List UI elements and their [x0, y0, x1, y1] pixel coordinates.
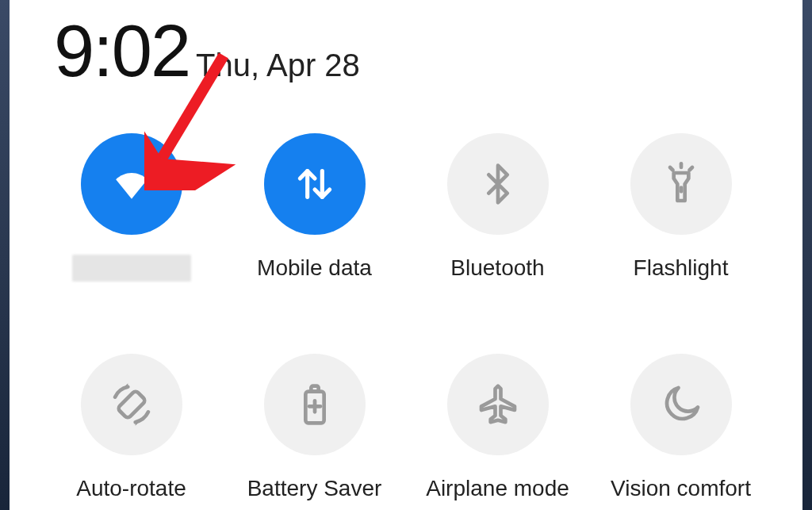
status-header: 9:02 Thu, Apr 28 [54, 14, 780, 87]
tile-battery-saver-circle [264, 354, 366, 455]
auto-rotate-icon [109, 382, 154, 427]
quick-settings-grid: Mobile data Bluetooth Flas [32, 133, 780, 503]
tile-flashlight-label: Flashlight [634, 254, 729, 282]
tile-mobile-data-label: Mobile data [257, 254, 372, 282]
tile-wifi-label [72, 254, 191, 282]
tile-bluetooth-circle [447, 133, 549, 235]
tile-wifi[interactable] [40, 133, 223, 282]
tile-flashlight[interactable]: Flashlight [589, 133, 772, 282]
tile-mobile-data-circle [264, 133, 366, 235]
tile-vision-comfort-circle [630, 354, 732, 455]
tile-vision-comfort[interactable]: Vision comfort [589, 354, 772, 503]
mobile-data-icon [293, 162, 337, 206]
tile-airplane-mode-circle [447, 354, 549, 455]
flashlight-icon [659, 162, 703, 206]
tile-vision-comfort-label: Vision comfort [611, 474, 751, 503]
tile-battery-saver-label: Battery Saver [247, 474, 382, 503]
tile-airplane-mode-label: Airplane mode [426, 474, 569, 503]
tile-bluetooth-label: Bluetooth [450, 254, 544, 282]
svg-rect-6 [311, 386, 318, 392]
clock-date: Thu, Apr 28 [196, 48, 360, 83]
tile-auto-rotate-circle [81, 354, 182, 455]
tile-auto-rotate[interactable]: Auto-rotate [40, 354, 223, 503]
tile-mobile-data[interactable]: Mobile data [223, 133, 406, 282]
tile-bluetooth[interactable]: Bluetooth [406, 133, 589, 282]
redacted-label [72, 255, 191, 282]
svg-line-3 [689, 167, 692, 171]
tile-battery-saver[interactable]: Battery Saver [223, 354, 406, 503]
moon-icon [659, 382, 703, 427]
tile-flashlight-circle [630, 133, 732, 235]
wifi-icon [109, 162, 154, 206]
tile-wifi-circle [81, 133, 182, 235]
bluetooth-icon [476, 162, 520, 206]
tile-auto-rotate-label: Auto-rotate [76, 474, 186, 503]
clock-time: 9:02 [54, 14, 190, 87]
quick-settings-panel: 9:02 Thu, Apr 28 [10, 0, 802, 510]
svg-rect-4 [117, 390, 145, 419]
tile-airplane-mode[interactable]: Airplane mode [406, 354, 589, 503]
airplane-icon [476, 382, 520, 427]
svg-line-2 [670, 167, 673, 171]
battery-saver-icon [293, 382, 337, 427]
